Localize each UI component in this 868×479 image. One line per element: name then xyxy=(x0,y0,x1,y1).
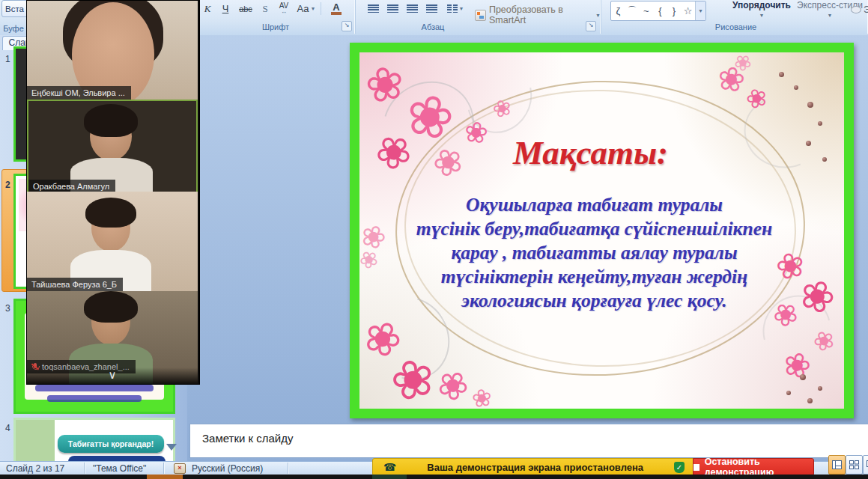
bead xyxy=(818,121,822,126)
slide-1-number: 1 xyxy=(5,54,10,64)
shapes-gallery[interactable]: ζ ⌒ ~ { } ☆ ▼ xyxy=(610,1,706,21)
person-figure xyxy=(85,198,136,228)
slide-title[interactable]: Мақсаты: xyxy=(404,133,777,172)
text-shadow-button[interactable]: S xyxy=(258,1,273,16)
person-figure xyxy=(84,104,138,137)
participant-video-3[interactable]: Тайшаева Феруза 6_Б xyxy=(27,192,198,291)
dropdown-icon: ▼ xyxy=(728,10,795,20)
slide-body-text[interactable]: Оқушыларға табиғат туралы түсінік беру,т… xyxy=(401,193,788,313)
font-color-swatch xyxy=(331,12,342,15)
align-right-button[interactable] xyxy=(403,1,421,16)
columns-button[interactable]: ▼ xyxy=(443,1,467,16)
chevron-down-icon: ∨ xyxy=(109,368,117,381)
participant-name-label: Еңбекші ОМ, Эльвира ... xyxy=(27,86,131,100)
columns-icon xyxy=(447,4,458,13)
slide-2-number: 2 xyxy=(5,180,10,190)
slide-background: ❀ ❀ ❀ ❀ ❀ ❀ ❀ ❀ ❀ ❀ ❀ ❀ ❀ ❀ ❀ ❀ ❀ ❀ ❀ ❀ xyxy=(359,52,844,409)
bead xyxy=(822,157,827,162)
shield-check-icon: ✓ xyxy=(674,462,685,473)
slideshow-view-button[interactable] xyxy=(863,455,868,475)
theme-name: "Тема Office" xyxy=(93,463,146,474)
bead xyxy=(807,398,813,403)
phone-icon: ☎ xyxy=(383,461,396,473)
screen-share-paused-banner: ☎ Ваша демонстрация экрана приостановлен… xyxy=(372,458,694,476)
spread-arrows-icon: ↔ xyxy=(281,9,287,15)
drawing-group-label: Рисование xyxy=(604,22,868,31)
slide-sorter-view-button[interactable] xyxy=(846,455,863,475)
slide-canvas[interactable]: ❀ ❀ ❀ ❀ ❀ ❀ ❀ ❀ ❀ ❀ ❀ ❀ ❀ ❀ ❀ ❀ ❀ ❀ ❀ ❀ xyxy=(350,43,854,418)
character-spacing-button[interactable]: AV ↔ xyxy=(274,1,294,16)
normal-view-button[interactable] xyxy=(828,455,846,475)
shape-effects-button[interactable]: Эф xyxy=(851,4,868,15)
slide-3-number: 3 xyxy=(5,303,10,314)
underline-button[interactable]: Ч xyxy=(217,1,234,16)
italic-button[interactable]: К xyxy=(199,1,216,16)
smartart-icon xyxy=(475,10,486,21)
notes-placeholder: Заметки к слайду xyxy=(202,432,294,445)
bead xyxy=(786,391,791,395)
stop-icon xyxy=(694,464,699,471)
font-group: К Ч abc S AV ↔ Aa▼ A Шрифт ↘ xyxy=(196,0,356,34)
arrange-button[interactable]: Упорядочить ▼ xyxy=(728,1,795,20)
stop-sharing-button[interactable]: Остановить демонстрацию xyxy=(693,458,814,476)
justify-icon xyxy=(426,4,437,13)
bead xyxy=(807,102,813,108)
font-color-button[interactable]: A xyxy=(324,1,349,16)
collapse-videos-button[interactable]: ∨ xyxy=(27,367,198,384)
zoom-video-strip: Еңбекші ОМ, Эльвира ... Оракбаева Алмагу… xyxy=(26,0,200,385)
thumbnail-text-bar xyxy=(35,385,154,391)
bead xyxy=(794,85,798,90)
align-left-icon xyxy=(368,4,379,13)
bead xyxy=(800,374,806,380)
divider xyxy=(321,2,321,15)
paragraph-dialog-launcher[interactable]: ↘ xyxy=(586,21,596,31)
taskbar-item xyxy=(147,475,183,479)
clipboard-group-label: Буфе xyxy=(0,24,27,33)
dropdown-icon: ▼ xyxy=(595,13,601,18)
divider xyxy=(84,463,85,474)
align-center-icon xyxy=(387,4,398,13)
flower-icon: ❀ xyxy=(470,385,494,409)
divider xyxy=(163,463,164,474)
change-case-button[interactable]: Aa▼ xyxy=(295,1,318,16)
taskbar-edge xyxy=(0,475,868,479)
align-right-icon xyxy=(407,4,418,13)
divider xyxy=(288,463,288,474)
participant-video-2[interactable]: Оракбаева Алмагул xyxy=(27,100,198,195)
font-group-label: Шрифт xyxy=(196,22,355,31)
align-left-button[interactable] xyxy=(364,1,382,16)
thumbnail-title-pill: Табиғатты қорғандар! xyxy=(58,435,164,453)
person-figure xyxy=(84,291,138,323)
person-figure xyxy=(72,2,154,100)
bead xyxy=(818,386,822,391)
pause-message: Ваша демонстрация экрана приостановлена xyxy=(396,462,674,473)
normal-view-icon xyxy=(832,460,842,469)
slide-editor-area: ❀ ❀ ❀ ❀ ❀ ❀ ❀ ❀ ❀ ❀ ❀ ❀ ❀ ❀ ❀ ❀ ❀ ❀ ❀ ❀ xyxy=(187,35,868,461)
dropdown-icon: ▼ xyxy=(310,6,315,11)
font-dialog-launcher[interactable]: ↘ xyxy=(342,21,352,31)
strikethrough-button[interactable]: abc xyxy=(235,1,256,16)
slide-4-number: 4 xyxy=(5,423,10,433)
paragraph-group: ▼ Преобразовать в SmartArt ▼ Абзац ↘ xyxy=(358,0,601,34)
participant-name-label: Тайшаева Феруза 6_Б xyxy=(27,278,123,291)
paragraph-group-label: Абзац xyxy=(358,22,508,31)
participant-video-1[interactable]: Еңбекші ОМ, Эльвира ... xyxy=(27,1,198,100)
dropdown-icon: ▼ xyxy=(459,6,464,11)
drawing-group: ζ ⌒ ~ { } ☆ ▼ Упорядочить ▼ Экспресс-сти… xyxy=(604,0,868,34)
panel-scroll-down-arrow[interactable] xyxy=(166,444,177,451)
effects-icon xyxy=(851,6,861,13)
slide-counter: Слайд 2 из 17 xyxy=(6,463,64,474)
taskbar-item xyxy=(372,475,407,479)
thumbnail-text-bar xyxy=(47,395,142,402)
language-indicator[interactable]: Русский (Россия) xyxy=(192,463,263,474)
paste-button[interactable]: Вста xyxy=(1,0,28,17)
notes-pane[interactable]: Заметки к слайду xyxy=(189,424,868,458)
spell-check-icon[interactable]: × xyxy=(174,463,186,474)
bead xyxy=(806,141,811,146)
justify-button[interactable] xyxy=(422,1,440,16)
shapes-gallery-more-icon[interactable]: ▼ xyxy=(695,1,705,20)
bead xyxy=(779,72,784,77)
align-center-button[interactable] xyxy=(383,1,401,16)
slide-sorter-icon xyxy=(849,460,859,469)
